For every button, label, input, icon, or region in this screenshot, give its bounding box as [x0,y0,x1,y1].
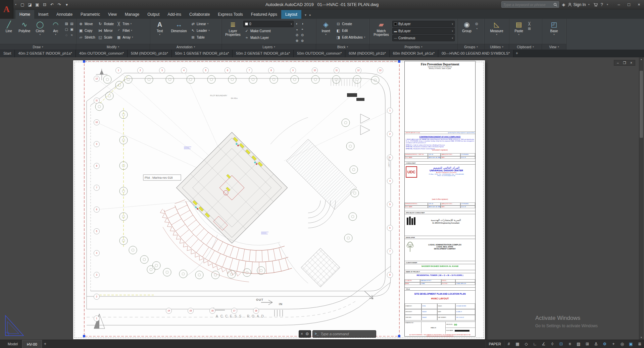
scale-button[interactable]: ◱Scale [97,34,115,41]
file-tab[interactable]: 50m OUTDOOR_common* [294,50,345,57]
fillet-button[interactable]: ◜Fillet▾ [115,27,134,34]
text-button[interactable]: AText▾ [151,20,168,44]
table-button[interactable]: ⊞Table [190,34,211,41]
file-tab[interactable]: 50M (INDOOR)_ph1b* [128,50,172,57]
layout-paper[interactable]: 1234567891011121312111098765432112345678… [73,60,485,339]
leader-button[interactable]: ↖Leader▾ [190,27,211,34]
panel-title-view[interactable]: View▾ [542,44,566,50]
transparency-icon[interactable]: ▨ [574,340,583,348]
panel-title-block[interactable]: Block▾ [316,44,369,50]
panel-title-groups[interactable]: Groups▾ [458,44,484,50]
file-tab[interactable]: 60M (INDOOR)_ph1b* [345,50,390,57]
revision-cloud-icon[interactable]: ◌ [64,32,69,38]
file-tab[interactable]: 60m INDOOR 3x4_ph1a* [390,50,438,57]
redo-icon[interactable]: ↷ [56,1,63,8]
panel-title-layers[interactable]: Layers▾ [222,44,316,50]
line-button[interactable]: ╱Line [1,20,16,44]
site-plan-drawing[interactable]: 1234567891011121312111098765432112345678… [73,60,404,339]
ribbon-tab-output[interactable]: Output [143,10,163,19]
search-input[interactable] [503,3,553,7]
hatch-icon[interactable]: ▨ [64,21,69,26]
region-icon[interactable]: ▣ [69,26,75,32]
layer-dropdown[interactable]: 0▾ [243,21,294,27]
ortho-icon[interactable]: ∟ [531,340,539,348]
stretch-button[interactable]: ▱Stretch [78,34,96,41]
close-button[interactable]: × [634,1,644,9]
panel-title-modify[interactable]: Modify▾ [76,44,150,50]
undo-icon[interactable]: ↶ [48,1,56,8]
ribbon-minimize-caret-icon[interactable]: ▾ [305,13,306,17]
layout-tab-hv00[interactable]: HV-00 [22,340,42,348]
autocad-logo[interactable]: A [0,0,13,19]
make-current-button[interactable]: ✓Make Current [243,27,294,34]
help-caret-icon[interactable]: ▾ [606,3,609,6]
ribbon-tab-home[interactable]: Home [15,10,34,19]
doc-restore-button[interactable]: ❐ [622,61,627,65]
lineweight-dropdown[interactable]: ▬ByLayer▾ [392,28,455,34]
arc-button[interactable]: ◠Arc▾ [48,20,63,44]
panel-title-annotation[interactable]: Annotation▾ [150,44,221,50]
drawing-canvas[interactable]: 1234567891011121312111098765432112345678… [0,57,644,340]
help-icon[interactable]: ? [601,2,603,7]
gradient-icon[interactable]: ▤ [69,21,75,26]
ribbon-tab-express-tools[interactable]: Express Tools [214,10,247,19]
polyline-button[interactable]: ∿Polyline [17,20,32,44]
copy-button[interactable]: ▣Copy [78,27,96,34]
ribbon-tab-add-ins[interactable]: Add-ins [163,10,185,19]
infer-icon[interactable]: ◇ [522,340,531,348]
ribbon-cycle-icon[interactable]: ● [309,13,311,17]
snap-icon[interactable]: ▦ [513,340,522,348]
array-button[interactable]: ▦Array▾ [115,34,134,41]
circle-button[interactable]: ◯Circle▾ [33,20,48,44]
exchange-apps-icon[interactable]: ◈ [562,2,565,7]
mirror-button[interactable]: ⋈Mirror [97,27,115,34]
cut-icon[interactable]: ╳ [528,22,531,25]
panel-title-properties[interactable]: Properties▾ [369,44,457,50]
customize-icon[interactable]: ≣ [635,340,644,348]
file-tab[interactable]: 50m 2 GENSET INDOOR_ph1a* [233,50,294,57]
workspace-icon[interactable]: ⚙ [600,340,609,348]
layer-freeze-icon[interactable]: ◒ [294,26,300,32]
app-menu-caret-icon[interactable]: ▾ [14,3,17,6]
maximize-button[interactable]: □ [624,1,634,9]
ungroup-icon[interactable]: ◎ [475,22,478,25]
qat-dropdown-icon[interactable]: ▾ [63,1,70,8]
open-file-icon[interactable]: ◪ [26,1,34,8]
plot-icon[interactable]: ⊟ [41,1,48,8]
layer-merge-icon[interactable]: ⊚ [300,38,305,44]
file-tab[interactable]: Start [0,50,15,57]
paste-button[interactable]: ▤Paste▾ [510,20,527,44]
ribbon-tab-view[interactable]: View [104,10,121,19]
new-file-icon[interactable]: ▢ [19,1,26,8]
command-close-icon[interactable]: × [301,332,303,336]
scroll-down-icon[interactable]: ▼ [639,336,643,340]
copy-clip-icon[interactable]: ⊞ [528,27,531,31]
layer-thaw-icon[interactable]: ◓ [300,26,305,32]
ribbon-tab-insert[interactable]: Insert [34,10,52,19]
ribbon-tab-layout[interactable]: Layout [281,10,301,19]
layer-lock-icon[interactable]: ⊘ [294,32,300,38]
group-edit-icon[interactable]: ◔ [475,27,478,31]
clean-screen-icon[interactable]: ▣ [627,340,635,348]
annotation-scale-icon[interactable]: Δ [592,340,600,348]
layer-properties-button[interactable]: ≣Layer Properties [223,20,243,44]
model-tab[interactable]: Model [3,340,22,348]
isodraft-icon[interactable]: ◊ [548,340,557,348]
linetype-dropdown[interactable]: —Continuous▾ [392,35,455,41]
new-layout-button[interactable]: + [42,342,49,346]
minimize-button[interactable]: – [614,1,624,9]
color-dropdown[interactable]: ByLayer▾ [392,21,455,27]
edit-block-button[interactable]: ◧Edit [335,27,366,34]
file-tab[interactable]: 40m OUTDOOR_common* [76,50,128,57]
match-properties-button[interactable]: ▰Match Properties [371,20,392,44]
panel-title-draw[interactable]: Draw▾ [0,44,76,50]
polar-tracking-icon[interactable]: ∠ [539,340,548,348]
doc-close-button[interactable]: × [629,61,634,65]
lineweight-icon[interactable]: ≡ [565,340,574,348]
trim-button[interactable]: ╳Trim▾ [115,20,134,27]
create-block-button[interactable]: ⊡Create [335,20,366,27]
dimension-button[interactable]: ↔Dimension [169,20,189,44]
app-store-cart-icon[interactable] [593,3,598,7]
insert-button[interactable]: ◈Insert▾ [317,20,334,44]
annotation-monitor-icon[interactable]: + [609,340,618,348]
